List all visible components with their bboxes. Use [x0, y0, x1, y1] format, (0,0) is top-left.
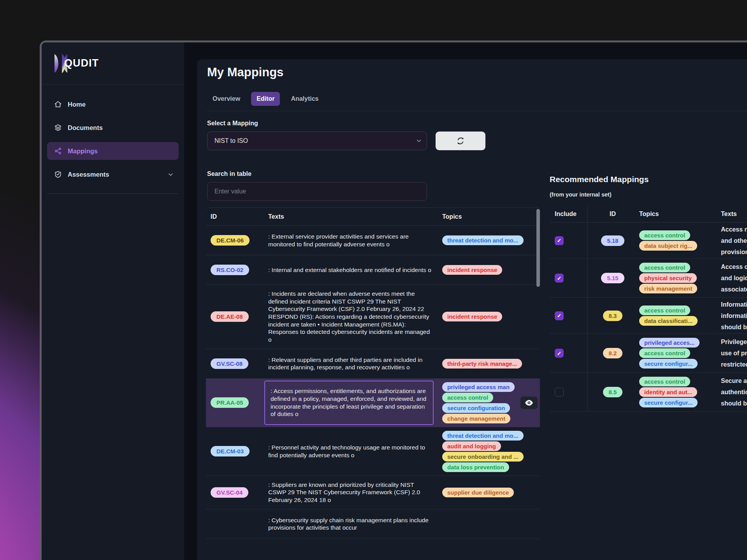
topic-badge: physical security [639, 273, 697, 283]
row-topics-cell: privileged access manaccess controlsecur… [438, 379, 540, 427]
sidebar-nav: Home Documents Mappings Assessments [42, 84, 184, 183]
topic-badge: third-party risk manage... [442, 359, 522, 369]
sidebar-item-documents[interactable]: Documents [47, 119, 179, 137]
include-cell: ✓ [550, 298, 588, 334]
selected-text-outline: : Access permissions, entitlements, and … [264, 381, 434, 425]
recommended-row[interactable]: ✓ 5.18 access controldata subject rig...… [550, 223, 747, 259]
row-topics-cell [438, 520, 540, 527]
table-row[interactable]: RS.CO-02 : Internal and external stakeho… [206, 255, 540, 285]
row-topics-cell: incident response [438, 308, 540, 325]
topic-badge: access control [639, 305, 690, 315]
row-topics-cell: incident response [438, 262, 540, 278]
recommended-text-line: and logica [721, 272, 747, 284]
row-id-badge: RS.CO-02 [211, 265, 249, 275]
table-row[interactable]: DE.AE-08 : Incidents are declared when a… [206, 285, 540, 349]
row-text: : Suppliers are known and prioritized by… [268, 481, 420, 503]
row-text: : Personnel activity and technology usag… [268, 444, 425, 458]
include-checkbox[interactable]: ✓ [555, 236, 564, 245]
table-scrollbar[interactable] [536, 209, 540, 287]
tab-analytics[interactable]: Analytics [285, 92, 324, 106]
include-checkbox[interactable] [555, 388, 564, 397]
table-row[interactable]: GV.SC-08 : Relevant suppliers and other … [206, 349, 540, 379]
topic-badge: supplier due diligence [442, 488, 514, 497]
include-checkbox[interactable]: ✓ [555, 274, 564, 283]
row-topics-cell: threat detection and mo... [438, 232, 540, 249]
preview-eye-button[interactable] [520, 397, 538, 409]
recommended-topics-cell: access controldata subject rig... [638, 226, 715, 255]
recommended-text-line: provisione [721, 246, 747, 258]
recommended-id-badge: 8.2 [603, 348, 623, 358]
row-id-cell: RS.CO-02 [206, 265, 264, 275]
table-row[interactable]: PR.AA-05 : Access permissions, entitleme… [206, 379, 540, 427]
tab-bar: Overview Editor Analytics [207, 92, 324, 106]
topic-badge: privileged access man [442, 382, 515, 392]
topic-badge: data subject rig... [639, 241, 697, 251]
sidebar-divider [47, 193, 179, 194]
recommended-id-cell: 8.3 [588, 311, 638, 321]
mappings-table: ID Texts Topics DE.CM-06 : External serv… [206, 207, 540, 539]
row-topics-cell: threat detection and mo...audit and logg… [438, 427, 540, 476]
recommended-id-badge: 8.3 [603, 311, 623, 321]
refresh-button[interactable] [436, 132, 485, 150]
col-header-rec-topics: Topics [638, 211, 715, 218]
recommended-row[interactable]: ✓ 8.2 privileged acces...access controls… [550, 334, 747, 373]
recommended-panel: Recommended Mappings (from your internal… [550, 175, 747, 184]
recommended-id-cell: 8.2 [588, 348, 638, 358]
recommended-text-cell: Access rigand otherprovisione [715, 224, 747, 258]
recommended-text-cell: Informatioinformatioshould be [715, 299, 747, 333]
recommended-id-badge: 8.5 [603, 387, 623, 397]
sidebar-item-assessments[interactable]: Assessments [47, 165, 179, 183]
recommended-text-cell: Privilegeduse of privrestricted [715, 336, 747, 370]
sidebar-item-home[interactable]: Home [47, 95, 179, 113]
include-checkbox[interactable]: ✓ [555, 311, 564, 320]
mapping-select[interactable]: NIST to ISO [207, 132, 427, 150]
table-body: DE.CM-06 : External service provider act… [206, 226, 540, 539]
row-text: : Access permissions, entitlements, and … [271, 387, 427, 418]
include-checkbox[interactable]: ✓ [555, 349, 564, 358]
tab-overview[interactable]: Overview [207, 92, 246, 106]
recommended-topics-cell: access controldata classificati... [638, 302, 715, 330]
row-text: : Incidents are declared when adverse ev… [268, 290, 430, 343]
row-id-badge: GV.SC-08 [211, 358, 248, 369]
recommended-text-line: associated [721, 284, 747, 295]
chevron-down-icon [169, 172, 173, 176]
topic-badge: identity and aut... [639, 387, 697, 397]
sidebar-item-label: Documents [68, 124, 103, 132]
search-input[interactable] [207, 182, 427, 201]
recommended-body: ✓ 5.18 access controldata subject rig...… [550, 223, 747, 412]
topic-badge: access control [639, 230, 690, 240]
recommended-subtitle: (from your internal set) [550, 191, 612, 198]
row-text-cell: : Personnel activity and technology usag… [264, 439, 438, 464]
tab-editor[interactable]: Editor [251, 92, 280, 106]
recommended-text-line: Privileged [721, 336, 747, 348]
row-id-badge: PR.AA-05 [211, 397, 249, 408]
recommended-text-cell: Access coand logicaassociated [715, 261, 747, 295]
topic-badge: data loss prevention [442, 462, 509, 472]
recommended-id-cell: 5.18 [588, 235, 638, 246]
col-header-include: Include [550, 205, 588, 222]
row-text-cell: : Access permissions, entitlements, and … [264, 379, 438, 427]
table-row[interactable]: DE.CM-03 : Personnel activity and techno… [206, 427, 540, 476]
recommended-topics-cell: privileged acces...access controlsecure … [638, 334, 715, 372]
row-id-cell: DE.CM-03 [206, 446, 264, 456]
row-id-cell: GV.SC-04 [206, 487, 264, 498]
recommended-table: Include ID Topics Texts ✓ 5.18 access co… [550, 205, 747, 412]
sidebar-item-mappings[interactable]: Mappings [47, 142, 179, 160]
row-text-cell: : Incidents are declared when adverse ev… [264, 285, 438, 349]
row-text: : Internal and external stakeholders are… [268, 267, 431, 273]
main-area: My Mappings Overview Editor Analytics Se… [184, 42, 747, 560]
row-text-cell: : Suppliers are known and prioritized by… [264, 476, 438, 509]
topic-badge: incident response [442, 265, 502, 275]
table-row[interactable]: GV.SC-04 : Suppliers are known and prior… [206, 476, 540, 509]
table-row[interactable]: DE.CM-06 : External service provider act… [206, 226, 540, 255]
app-window: QUDIT Home Documents Mappings Assessment… [40, 40, 747, 560]
recommended-row[interactable]: ✓ 8.3 access controldata classificati...… [550, 298, 747, 334]
recommended-row[interactable]: ✓ 5.15 access controlphysical securityri… [550, 259, 747, 298]
recommended-row[interactable]: 8.5 access controlidentity and aut...sec… [550, 373, 747, 412]
app-logo: QUDIT [42, 42, 184, 84]
row-id-badge: DE.AE-08 [211, 311, 249, 322]
select-mapping-label: Select a Mapping [207, 120, 258, 127]
recommended-id-badge: 5.18 [601, 235, 624, 246]
table-row[interactable]: : Cybersecurity supply chain risk manage… [206, 509, 540, 539]
recommended-text-line: authentica [721, 386, 747, 398]
